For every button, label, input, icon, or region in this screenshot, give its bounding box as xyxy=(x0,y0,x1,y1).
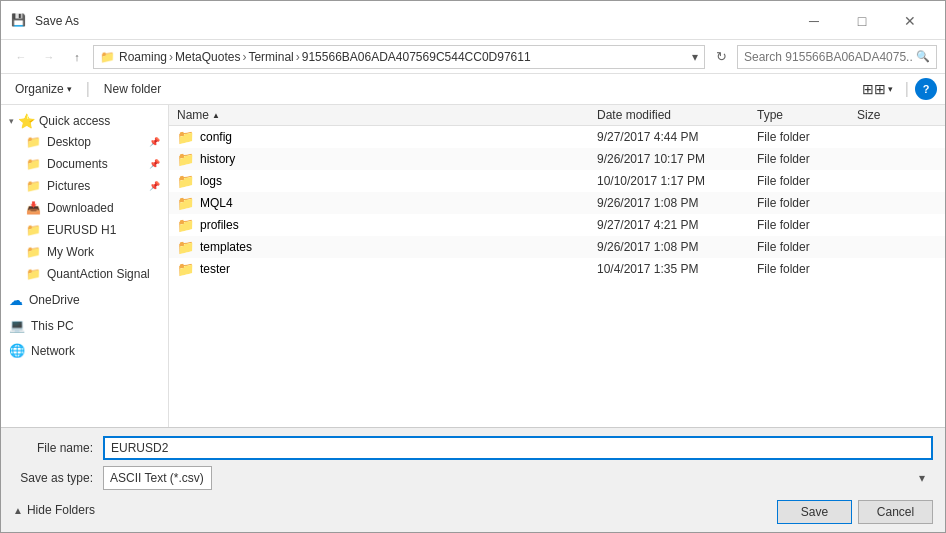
window-icon: 💾 xyxy=(11,13,27,29)
file-date-cell: 9/27/2017 4:44 PM xyxy=(597,130,757,144)
pin-icon: 📌 xyxy=(149,159,160,169)
sort-icon: ▲ xyxy=(212,111,220,120)
search-icon: 🔍 xyxy=(916,50,930,63)
bottom-actions: ▲ Hide Folders Save Cancel xyxy=(13,496,933,524)
file-date-cell: 10/10/2017 1:17 PM xyxy=(597,174,757,188)
file-name-cell: profiles xyxy=(200,218,239,232)
column-type-header[interactable]: Type xyxy=(757,108,857,122)
folder-download-icon: 📥 xyxy=(25,200,41,216)
table-row[interactable]: 📁 tester 10/4/2017 1:35 PM File folder xyxy=(169,258,945,280)
saveas-select-wrapper: ASCII Text (*.csv) xyxy=(103,466,933,490)
folder-icon: 📁 xyxy=(25,222,41,238)
folder-icon: 📁 xyxy=(25,266,41,282)
folder-icon: 📁 xyxy=(25,134,41,150)
breadcrumb-metaquotes[interactable]: MetaQuotes xyxy=(175,50,240,64)
file-name-cell: templates xyxy=(200,240,252,254)
file-date-cell: 9/26/2017 1:08 PM xyxy=(597,196,757,210)
actions-bar: Organize ▾ | New folder ⊞⊞ ▾ | ? xyxy=(1,74,945,105)
file-name-cell: logs xyxy=(200,174,222,188)
minimize-button[interactable]: ─ xyxy=(791,9,837,33)
thispc-icon: 💻 xyxy=(9,318,25,333)
sidebar: ▾ ⭐ Quick access 📁 Desktop 📌 📁 Documents… xyxy=(1,105,169,427)
new-folder-button[interactable]: New folder xyxy=(98,80,167,98)
folder-icon: 📁 xyxy=(177,151,194,167)
file-name-cell: MQL4 xyxy=(200,196,233,210)
cancel-button[interactable]: Cancel xyxy=(858,500,933,524)
network-icon: 🌐 xyxy=(9,343,25,358)
sidebar-item-mywork[interactable]: 📁 My Work xyxy=(1,241,168,263)
pin-icon: 📌 xyxy=(149,181,160,191)
dialog-buttons: Save Cancel xyxy=(777,500,933,524)
table-row[interactable]: 📁 profiles 9/27/2017 4:21 PM File folder xyxy=(169,214,945,236)
filename-row: File name: xyxy=(13,436,933,460)
column-size-header[interactable]: Size xyxy=(857,108,937,122)
search-bar[interactable]: 🔍 xyxy=(737,45,937,69)
star-icon: ⭐ xyxy=(18,113,35,129)
sidebar-item-onedrive[interactable]: ☁ OneDrive xyxy=(1,289,168,311)
organize-chevron-icon: ▾ xyxy=(67,84,72,94)
sidebar-item-pictures[interactable]: 📁 Pictures 📌 xyxy=(1,175,168,197)
close-button[interactable]: ✕ xyxy=(887,9,933,33)
sidebar-item-eurusd[interactable]: 📁 EURUSD H1 xyxy=(1,219,168,241)
breadcrumb[interactable]: 📁 Roaming › MetaQuotes › Terminal › 9155… xyxy=(93,45,705,69)
file-type-cell: File folder xyxy=(757,240,857,254)
table-row[interactable]: 📁 templates 9/26/2017 1:08 PM File folde… xyxy=(169,236,945,258)
folder-icon: 📁 xyxy=(177,195,194,211)
sidebar-item-desktop[interactable]: 📁 Desktop 📌 xyxy=(1,131,168,153)
sidebar-item-network[interactable]: 🌐 Network xyxy=(1,340,168,361)
toolbar: ← → ↑ 📁 Roaming › MetaQuotes › Terminal … xyxy=(1,40,945,74)
file-list: 📁 config 9/27/2017 4:44 PM File folder 📁… xyxy=(169,126,945,280)
column-name-header[interactable]: Name ▲ xyxy=(177,108,597,122)
main-content: ▾ ⭐ Quick access 📁 Desktop 📌 📁 Documents… xyxy=(1,105,945,427)
folder-icon: 📁 xyxy=(177,239,194,255)
column-modified-header[interactable]: Date modified xyxy=(597,108,757,122)
file-type-cell: File folder xyxy=(757,262,857,276)
folder-icon: 📁 xyxy=(177,173,194,189)
sidebar-item-thispc[interactable]: 💻 This PC xyxy=(1,315,168,336)
file-date-cell: 9/27/2017 4:21 PM xyxy=(597,218,757,232)
file-type-cell: File folder xyxy=(757,130,857,144)
folder-icon: 📁 xyxy=(25,178,41,194)
pin-icon: 📌 xyxy=(149,137,160,147)
save-button[interactable]: Save xyxy=(777,500,852,524)
sidebar-header-quick-access[interactable]: ▾ ⭐ Quick access xyxy=(1,109,168,131)
saveas-label: Save as type: xyxy=(13,471,103,485)
refresh-button[interactable]: ↻ xyxy=(709,45,733,69)
sidebar-item-downloaded[interactable]: 📥 Downloaded xyxy=(1,197,168,219)
hide-folders-button[interactable]: ▲ Hide Folders xyxy=(13,503,95,517)
filename-label: File name: xyxy=(13,441,103,455)
sidebar-section-onedrive: ☁ OneDrive xyxy=(1,289,168,311)
table-row[interactable]: 📁 logs 10/10/2017 1:17 PM File folder xyxy=(169,170,945,192)
breadcrumb-terminal[interactable]: Terminal xyxy=(248,50,293,64)
sidebar-item-quantaction[interactable]: 📁 QuantAction Signal xyxy=(1,263,168,285)
file-type-cell: File folder xyxy=(757,174,857,188)
view-button[interactable]: ⊞⊞ ▾ xyxy=(856,79,899,99)
forward-button[interactable]: → xyxy=(37,45,61,69)
search-input[interactable] xyxy=(744,50,912,64)
folder-icon: 📁 xyxy=(25,156,41,172)
file-name-cell: config xyxy=(200,130,232,144)
breadcrumb-roaming[interactable]: Roaming xyxy=(119,50,167,64)
folder-icon: 📁 xyxy=(177,261,194,277)
table-row[interactable]: 📁 history 9/26/2017 10:17 PM File folder xyxy=(169,148,945,170)
chevron-down-icon: ▾ xyxy=(9,116,14,126)
table-row[interactable]: 📁 config 9/27/2017 4:44 PM File folder xyxy=(169,126,945,148)
up-button[interactable]: ↑ xyxy=(65,45,89,69)
breadcrumb-hash[interactable]: 915566BA06ADA407569C544CC0D97611 xyxy=(302,50,531,64)
filename-input[interactable] xyxy=(103,436,933,460)
sidebar-section-thispc: 💻 This PC xyxy=(1,315,168,336)
folder-icon: 📁 xyxy=(25,244,41,260)
file-list-header: Name ▲ Date modified Type Size xyxy=(169,105,945,126)
file-name-cell: tester xyxy=(200,262,230,276)
table-row[interactable]: 📁 MQL4 9/26/2017 1:08 PM File folder xyxy=(169,192,945,214)
saveas-select[interactable]: ASCII Text (*.csv) xyxy=(103,466,212,490)
file-area: Name ▲ Date modified Type Size 📁 config … xyxy=(169,105,945,427)
bottom-bar: File name: Save as type: ASCII Text (*.c… xyxy=(1,427,945,532)
file-date-cell: 10/4/2017 1:35 PM xyxy=(597,262,757,276)
organize-button[interactable]: Organize ▾ xyxy=(9,80,78,98)
sidebar-item-documents[interactable]: 📁 Documents 📌 xyxy=(1,153,168,175)
maximize-button[interactable]: □ xyxy=(839,9,885,33)
help-button[interactable]: ? xyxy=(915,78,937,100)
back-button[interactable]: ← xyxy=(9,45,33,69)
title-bar: 💾 Save As ─ □ ✕ xyxy=(1,1,945,40)
